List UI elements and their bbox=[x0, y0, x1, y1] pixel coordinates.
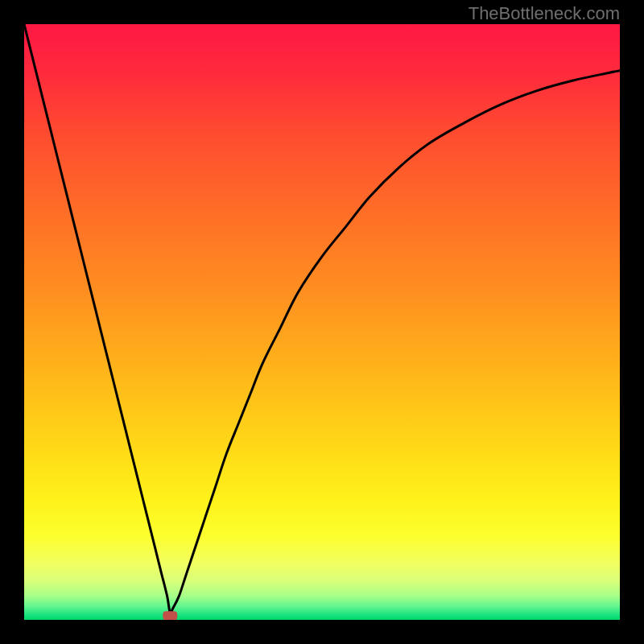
chart-frame: TheBottleneck.com bbox=[0, 0, 644, 644]
chart-background bbox=[24, 24, 620, 620]
optimal-marker bbox=[163, 611, 177, 620]
chart-svg bbox=[24, 24, 620, 620]
attribution-text: TheBottleneck.com bbox=[469, 3, 620, 24]
chart-plot-area bbox=[24, 24, 620, 620]
